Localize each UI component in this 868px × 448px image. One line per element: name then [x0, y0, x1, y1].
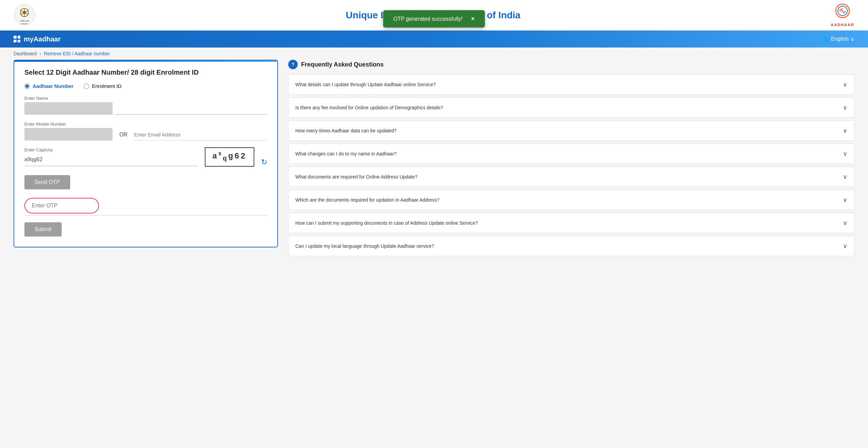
- faq-chevron-icon: ∨: [843, 196, 847, 204]
- faq-header: ? Frequently Asked Questions: [288, 60, 854, 69]
- success-toast: OTP generated successfully! ×: [383, 10, 485, 27]
- nav-grid-icon: [14, 36, 20, 42]
- language-icon: 🌐: [823, 36, 829, 42]
- faq-question-text: Which are the documents required for upd…: [295, 197, 843, 203]
- aadhaar-brand-logo: AADHAAR: [831, 3, 854, 27]
- radio-aadhaar-number-label[interactable]: Aadhaar Number: [24, 83, 74, 89]
- emblem-logo: सत्यमेव जयते भारत सरकार: [14, 4, 36, 26]
- faq-question-text: What documents are required for Online A…: [295, 174, 843, 180]
- faq-icon: ?: [288, 60, 298, 69]
- name-input-filled-indicator: [24, 102, 113, 114]
- faq-chevron-icon: ∨: [843, 104, 847, 111]
- faq-item[interactable]: Which are the documents required for upd…: [288, 190, 854, 210]
- faq-chevron-icon: ∨: [843, 219, 847, 227]
- faq-question-text: How can I submit my supporting documents…: [295, 220, 843, 226]
- aadhaar-text-label: AADHAAR: [831, 23, 854, 27]
- captcha-field-label: Enter Captcha: [24, 147, 198, 152]
- faq-item[interactable]: What details can I update through Update…: [288, 74, 854, 95]
- nav-brand: myAadhaar: [14, 35, 61, 43]
- toast-close-button[interactable]: ×: [471, 15, 475, 22]
- radio-group: Aadhaar Number Enrolment ID: [24, 83, 267, 89]
- faq-item[interactable]: Is there any fee involved for Online upd…: [288, 97, 854, 118]
- faq-item[interactable]: Can I update my local language through U…: [288, 236, 854, 256]
- language-selector[interactable]: 🌐 English ∨: [823, 36, 854, 42]
- breadcrumb-current-page: Retrieve EID / Aadhaar number: [44, 51, 110, 56]
- faq-question-text: What changes can I do to my name in Aadh…: [295, 151, 843, 156]
- mobile-field-label: Enter Mobile Number: [24, 122, 113, 127]
- faq-title: Frequently Asked Questions: [301, 61, 383, 68]
- faq-chevron-icon: ∨: [843, 150, 847, 157]
- email-section: [134, 129, 267, 141]
- send-otp-button[interactable]: Send OTP: [24, 175, 70, 189]
- india-emblem-icon: सत्यमेव जयते भारत सरकार: [14, 4, 36, 26]
- language-label: English: [831, 36, 849, 42]
- mobile-section: Enter Mobile Number: [24, 122, 113, 141]
- faq-question-text: What details can I update through Update…: [295, 82, 843, 87]
- captcha-input[interactable]: [24, 154, 198, 166]
- faq-item[interactable]: What changes can I do to my name in Aadh…: [288, 144, 854, 164]
- radio-enrolment-id-input[interactable]: [84, 83, 89, 89]
- name-input[interactable]: [116, 102, 267, 114]
- radio-enrolment-id-label[interactable]: Enrolment ID: [84, 83, 122, 89]
- mobile-email-row: Enter Mobile Number OR: [24, 122, 267, 141]
- svg-text:भारत सरकार: भारत सरकार: [21, 23, 28, 25]
- faq-list: What details can I update through Update…: [288, 74, 854, 256]
- faq-question-text: How many times Aadhaar data can be updat…: [295, 128, 843, 133]
- otp-input[interactable]: [24, 198, 99, 213]
- nav-bar: myAadhaar 🌐 English ∨: [0, 31, 868, 48]
- form-top-accent: [14, 60, 277, 62]
- or-divider: OR: [119, 132, 127, 141]
- faq-chevron-icon: ∨: [843, 127, 847, 134]
- mobile-input-filled-indicator: [24, 128, 113, 140]
- faq-chevron-icon: ∨: [843, 242, 847, 250]
- main-content: Select 12 Digit Aadhaar Number/ 28 digit…: [0, 60, 868, 273]
- faq-chevron-icon: ∨: [843, 81, 847, 88]
- faq-item[interactable]: What documents are required for Online A…: [288, 167, 854, 187]
- nav-brand-text: myAadhaar: [24, 35, 61, 43]
- captcha-row: Enter Captcha a9qg62 ↻: [24, 147, 267, 167]
- radio-aadhaar-number-input[interactable]: [24, 83, 30, 89]
- captcha-input-section: Enter Captcha: [24, 147, 198, 167]
- otp-section: [24, 198, 267, 216]
- breadcrumb: Dashboard › Retrieve EID / Aadhaar numbe…: [0, 48, 868, 60]
- radio-aadhaar-number-text: Aadhaar Number: [33, 83, 74, 89]
- toast-message: OTP generated successfully!: [393, 16, 462, 22]
- language-chevron-icon: ∨: [850, 36, 854, 42]
- captcha-image-display: a9qg62: [205, 147, 254, 167]
- aadhaar-logo-icon: [831, 3, 854, 22]
- name-field-label: Enter Name: [24, 96, 267, 101]
- email-input[interactable]: [134, 129, 267, 141]
- faq-chevron-icon: ∨: [843, 173, 847, 181]
- submit-button[interactable]: Submit: [24, 222, 62, 237]
- faq-item[interactable]: How can I submit my supporting documents…: [288, 213, 854, 233]
- faq-section: ? Frequently Asked Questions What detail…: [288, 60, 854, 259]
- faq-item[interactable]: How many times Aadhaar data can be updat…: [288, 120, 854, 141]
- faq-question-text: Is there any fee involved for Online upd…: [295, 105, 843, 110]
- svg-text:सत्यमेव जयते: सत्यमेव जयते: [20, 20, 29, 22]
- radio-enrolment-id-text: Enrolment ID: [92, 83, 122, 89]
- name-field-group: Enter Name: [24, 96, 267, 115]
- breadcrumb-home-link[interactable]: Dashboard: [14, 51, 37, 56]
- form-card: Select 12 Digit Aadhaar Number/ 28 digit…: [14, 60, 278, 247]
- captcha-refresh-button[interactable]: ↻: [261, 158, 267, 167]
- faq-question-text: Can I update my local language through U…: [295, 243, 843, 249]
- breadcrumb-separator: ›: [40, 51, 41, 56]
- form-title: Select 12 Digit Aadhaar Number/ 28 digit…: [24, 69, 267, 76]
